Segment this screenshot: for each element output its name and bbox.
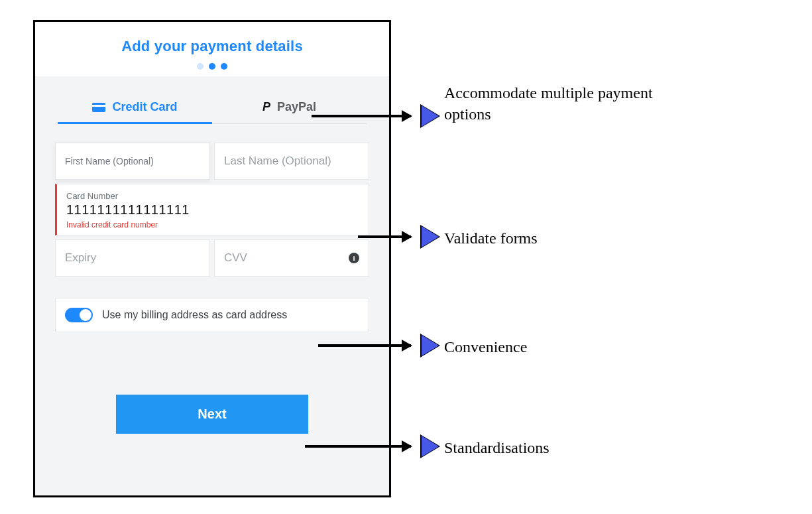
- payment-method-tabs: Credit Card P PayPal: [58, 94, 367, 124]
- credit-card-icon: [92, 103, 105, 112]
- tab-label: PayPal: [277, 100, 316, 114]
- annotation-pointer-icon: [422, 226, 439, 247]
- first-name-field[interactable]: First Name (Optional): [55, 143, 210, 180]
- progress-dot: [221, 63, 227, 70]
- progress-dot: [209, 63, 215, 70]
- progress-dot: [197, 63, 203, 70]
- progress-indicator: [35, 63, 389, 70]
- expiry-field[interactable]: Expiry: [55, 239, 210, 277]
- page-title: Add your payment details: [35, 38, 389, 55]
- card-number-value: 1111111111111111: [66, 202, 359, 218]
- annotation-arrow: [305, 445, 411, 448]
- billing-address-toggle-row: Use my billing address as card address: [55, 298, 369, 332]
- toggle-label: Use my billing address as card address: [102, 309, 287, 321]
- error-message: Invalid credit card number: [66, 220, 359, 229]
- button-label: Next: [198, 407, 226, 421]
- panel-body: Credit Card P PayPal First Name (Optiona…: [35, 76, 389, 495]
- placeholder-text: CVV: [224, 251, 359, 265]
- annotation-arrow: [312, 115, 411, 117]
- placeholder-text: Expiry: [65, 251, 200, 265]
- annotation-text: Accommodate multiple payment options: [444, 82, 669, 125]
- panel-header: Add your payment details: [35, 22, 389, 76]
- annotation-text: Convenience: [444, 336, 527, 357]
- action-area: Next: [55, 332, 369, 495]
- annotation-arrow: [318, 344, 411, 347]
- payment-form: First Name (Optional) Last Name (Optiona…: [55, 143, 369, 332]
- annotation-pointer-icon: [422, 335, 439, 356]
- last-name-field[interactable]: Last Name (Optional): [214, 143, 369, 180]
- info-icon[interactable]: i: [349, 253, 359, 263]
- placeholder-text: First Name (Optional): [65, 156, 200, 166]
- annotation-text: Validate forms: [444, 227, 538, 249]
- next-button[interactable]: Next: [116, 395, 308, 434]
- cvv-field[interactable]: CVV i: [214, 239, 369, 277]
- annotation-text: Standardisations: [444, 437, 550, 458]
- annotation-pointer-icon: [422, 105, 439, 127]
- billing-address-toggle[interactable]: [65, 308, 93, 322]
- payment-panel: Add your payment details Credit Card P P…: [33, 20, 391, 497]
- tab-label: Credit Card: [112, 100, 177, 114]
- tab-credit-card[interactable]: Credit Card: [58, 94, 212, 123]
- paypal-icon: P: [262, 100, 270, 114]
- annotation-arrow: [358, 235, 411, 238]
- card-number-field[interactable]: Card Number 1111111111111111 Invalid cre…: [55, 184, 369, 235]
- field-label: Card Number: [66, 191, 359, 201]
- tab-paypal[interactable]: P PayPal: [212, 94, 367, 123]
- placeholder-text: Last Name (Optional): [224, 155, 359, 168]
- annotation-pointer-icon: [422, 436, 439, 457]
